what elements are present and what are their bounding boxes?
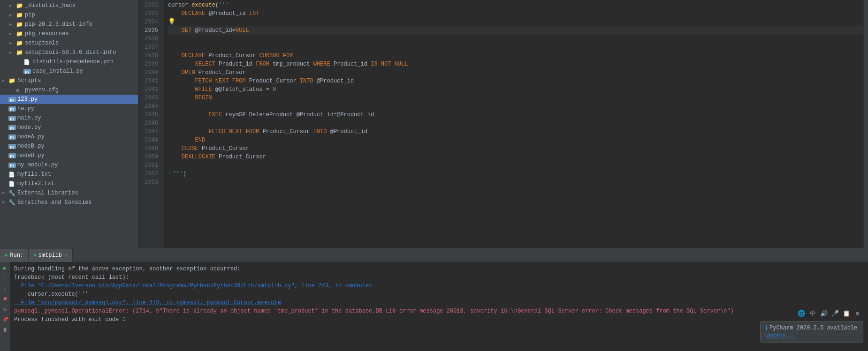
sidebar-item-setuptools_dist[interactable]: ▶📁setuptools-50.3.0.dist-info <box>0 48 138 57</box>
token: WHILE <box>168 85 215 94</box>
token: Product_Cursor <box>202 144 249 153</box>
code-line-2937 <box>168 43 863 52</box>
code-line-2941: FETCH NEXT FROM Product_Cursor INTO @Pro… <box>168 77 863 85</box>
audio-icon[interactable]: 🔊 <box>819 309 829 318</box>
line-number-2950: 2950 <box>138 153 160 161</box>
sidebar-item-file_my_module[interactable]: pymy_module.py <box>0 160 138 170</box>
txt-file-icon: 📄 <box>8 172 16 178</box>
line-number-2936: 2936 <box>138 35 160 43</box>
console-line: cursor.execute(''' <box>14 290 864 299</box>
settings-icon[interactable]: ⚙ <box>853 309 862 318</box>
token: = <box>232 26 236 35</box>
sidebar-item-file_modeA[interactable]: pymodeA.py <box>0 132 138 142</box>
sidebar-item-file_myfile2[interactable]: 📄myfile2.txt <box>0 179 138 188</box>
sidebar-item-file_myfile[interactable]: 📄myfile.txt <box>0 170 138 179</box>
sidebar-item-pyvenv_cfg[interactable]: ⚙pyvenv.cfg <box>0 85 138 95</box>
sidebar-item-pip_dist[interactable]: ▶📁pip-20.2.3.dist-info <box>0 20 138 29</box>
sidebar: ▶📁_distutils_hack▶📁pip▶📁pip-20.2.3.dist-… <box>0 0 138 248</box>
sidebar-item-file_hw[interactable]: pyhw.py <box>0 104 138 113</box>
token: DEALLOCATE <box>168 153 219 161</box>
line-numbers: 2932293329342935293629372938293929402941… <box>138 0 164 248</box>
token: @Product_id <box>208 9 245 18</box>
console-line[interactable]: File "src/pymssql/_pymssql.pyx", line 47… <box>14 299 864 307</box>
pin-button[interactable]: 📌 <box>1 315 9 324</box>
console-line: Traceback (most recent call last): <box>14 273 864 282</box>
console-output[interactable]: During handling of the above exception, … <box>10 262 868 351</box>
sidebar-item-file_mode[interactable]: pymode.py <box>0 123 138 132</box>
panel-tabs: ▶ Run: ● smtplib ✕ <box>0 249 868 262</box>
tree-item-label: setuptools <box>25 40 59 46</box>
globe-icon[interactable]: 🌐 <box>797 309 806 318</box>
tree-item-label: mode.py <box>17 124 41 131</box>
mic-icon[interactable]: 🎤 <box>830 309 840 318</box>
stop-button[interactable]: ■ <box>1 295 9 303</box>
tree-arrow: ▶ <box>9 12 16 18</box>
run-label: ▶ Run: <box>0 249 29 262</box>
code-line-2952: ○''') <box>168 170 863 178</box>
sidebar-item-scratches[interactable]: ▼🔧Scratches and Consoles <box>0 198 138 207</box>
sidebar-item-file_modeB[interactable]: pymodeB.py <box>0 142 138 151</box>
token: INTO <box>313 127 330 136</box>
py-file-icon: py <box>23 69 31 74</box>
sidebar-item-pip[interactable]: ▶📁pip <box>0 10 138 20</box>
token: Product_Cursor <box>219 153 266 161</box>
folder-icon: 📁 <box>16 49 23 56</box>
line-number-2942: 2942 <box>138 85 160 94</box>
folder-icon: 📁 <box>16 12 23 19</box>
sidebar-item-easy_install[interactable]: pyeasy_install.py <box>0 67 138 76</box>
line-number-2934: 2934 <box>138 18 160 26</box>
console-line[interactable]: File "C:/Users/Iverson_qin/AppData/Local… <box>14 282 864 290</box>
tree-item-label: pkg_resources <box>25 30 69 37</box>
notification-bar: ℹ PyCharm 2020.2.5 available Update... <box>760 321 863 343</box>
cfg-file-icon: ⚙ <box>16 87 23 93</box>
line-number-2940: 2940 <box>138 68 160 77</box>
code-lines[interactable]: cursor.execute(''' DECLARE @Product_id I… <box>164 0 863 248</box>
py-file-icon: py <box>8 97 16 102</box>
tree-arrow: ▼ <box>2 191 8 196</box>
notification-link[interactable]: Update... <box>765 333 858 339</box>
sidebar-item-scripts[interactable]: ▶📁Scripts <box>0 76 138 85</box>
scroll-up-button[interactable]: ↑ <box>1 274 9 283</box>
panel-tab-smtplib[interactable]: ● smtplib ✕ <box>29 249 73 262</box>
trash-button[interactable]: 🗑 <box>1 326 9 334</box>
sidebar-item-external_libraries[interactable]: ▼🔧External Libraries <box>0 188 138 198</box>
rerun-button[interactable]: ↻ <box>1 305 9 314</box>
tree-item-label: Scripts <box>17 77 41 84</box>
info-icon: ℹ <box>765 324 768 332</box>
tree-arrow: ▶ <box>9 50 16 55</box>
sidebar-item-pkg_resources[interactable]: ▶📁pkg_resources <box>0 29 138 38</box>
sidebar-item-setuptools[interactable]: ▶📁setuptools <box>0 38 138 48</box>
code-line-2943: BEGIN <box>168 94 863 102</box>
special-icon: 🔧 <box>8 199 16 206</box>
sidebar-item-distutils_pth[interactable]: 📄distutils-precedence.pth <box>0 57 138 67</box>
token: NULL <box>236 26 249 35</box>
sidebar-item-file_main[interactable]: pymain.py <box>0 113 138 123</box>
tree-arrow: ▼ <box>2 200 8 205</box>
folder-icon: 📁 <box>8 77 16 84</box>
scroll-down-button[interactable]: ↓ <box>1 284 9 293</box>
code-line-2939: SELECT Product_id FROM tmp_product WHERE… <box>168 60 863 68</box>
py-file-icon: py <box>8 163 16 168</box>
line-number-2943: 2943 <box>138 94 160 102</box>
sidebar-item-file_modeD[interactable]: pymodeD.py <box>0 151 138 160</box>
tree-item-label: myfile.txt <box>17 171 51 178</box>
tree-item-label: Scratches and Consoles <box>17 199 91 206</box>
line-number-2948: 2948 <box>138 136 160 144</box>
code-line-2934: 💡 <box>168 18 863 26</box>
py-file-icon: py <box>8 144 16 149</box>
tab-close-icon[interactable]: ✕ <box>65 253 68 258</box>
token: @Product_id <box>297 111 334 119</box>
tree-item-label: main.py <box>17 115 41 121</box>
chinese-icon[interactable]: 中 <box>808 309 817 318</box>
clipboard-icon[interactable]: 📋 <box>842 309 851 318</box>
code-line-2949: CLOSE Product_Cursor <box>168 144 863 153</box>
sidebar-item-file_123[interactable]: py123.py <box>0 95 138 104</box>
token: SELECT <box>168 60 219 68</box>
tree-item-label: easy_install.py <box>32 68 83 75</box>
scroll-track[interactable] <box>863 0 868 248</box>
token: Product_Cursor <box>198 68 246 77</box>
token: BEGIN <box>168 94 212 102</box>
run-button[interactable]: ▶ <box>1 264 9 272</box>
tab-run-icon: ● <box>33 253 37 258</box>
sidebar-item-distutils_hack[interactable]: ▶📁_distutils_hack <box>0 1 138 10</box>
